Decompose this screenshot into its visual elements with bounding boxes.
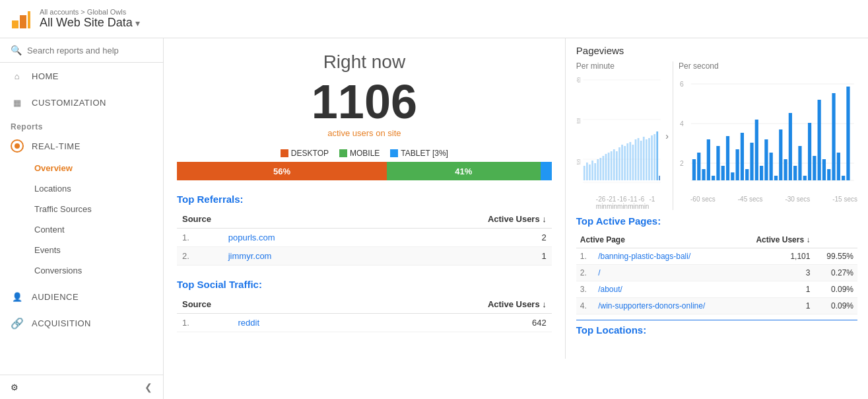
svg-text:150: 150 xyxy=(576,159,580,166)
svg-text:300: 300 xyxy=(576,118,580,126)
sidebar-item-customization[interactable]: ▦ CUSTOMIZATION xyxy=(0,89,163,116)
main-layout: 🔍 ⌂ HOME ▦ CUSTOMIZATION Reports REAL-TI… xyxy=(0,38,868,399)
svg-rect-38 xyxy=(659,176,659,180)
svg-rect-16 xyxy=(599,158,601,180)
svg-rect-63 xyxy=(774,176,778,180)
svg-rect-10 xyxy=(584,166,585,180)
svg-rect-56 xyxy=(741,133,744,180)
row-page: / xyxy=(594,265,737,281)
row-rank: 1. xyxy=(177,314,233,332)
source-link[interactable]: jimmyr.com xyxy=(228,251,272,261)
expand-chart-button[interactable]: › xyxy=(661,61,673,210)
top-active-pages-title: Top Active Pages: xyxy=(576,215,857,227)
page-link[interactable]: /about/ xyxy=(598,285,622,294)
realtime-icon-inner xyxy=(15,143,20,149)
sidebar-item-acquisition[interactable]: 🔗 ACQUISITION xyxy=(0,310,163,336)
sidebar-item-home[interactable]: ⌂ HOME xyxy=(0,63,163,89)
legend-desktop: DESKTOP xyxy=(281,149,329,158)
svg-rect-30 xyxy=(638,138,640,180)
search-icon: 🔍 xyxy=(11,45,22,55)
top-social-table: Source Active Users ↓ 1. reddit 642 xyxy=(177,295,552,332)
sidebar-item-overview[interactable]: Overview xyxy=(0,158,163,178)
source-link[interactable]: popurls.com xyxy=(228,233,275,242)
sidebar-item-traffic-sources[interactable]: Traffic Sources xyxy=(0,199,163,219)
row-users: 1 xyxy=(372,247,552,266)
svg-rect-78 xyxy=(846,87,850,180)
pageviews-area: Per minute 450 300 150 xyxy=(576,61,857,210)
svg-rect-36 xyxy=(653,134,655,180)
svg-rect-13 xyxy=(591,161,593,180)
row-source: popurls.com xyxy=(223,229,372,247)
svg-rect-19 xyxy=(608,153,610,180)
search-container[interactable]: 🔍 xyxy=(0,38,163,63)
per-second-svg-container: 6 4 2 xyxy=(679,73,857,194)
content-inner: Right now 1106 active users on site DESK… xyxy=(164,38,868,359)
svg-rect-67 xyxy=(793,166,797,180)
tablet-dot xyxy=(390,149,398,157)
active-users-label: active users on site xyxy=(177,128,552,138)
svg-rect-57 xyxy=(745,169,749,180)
per-minute-svg-container: 450 300 150 xyxy=(576,73,662,194)
social-sort-icon: ↓ xyxy=(542,299,547,309)
per-minute-chart: 450 300 150 xyxy=(576,73,662,192)
mobile-label: MOBILE xyxy=(350,149,380,158)
page-link[interactable]: /banning-plastic-bags-bali/ xyxy=(598,252,690,261)
top-active-pages-section: Top Active Pages: Active Page Active Use… xyxy=(576,215,857,314)
top-social-title: Top Social Traffic: xyxy=(177,279,552,290)
row-users: 642 xyxy=(333,314,551,332)
page-link[interactable]: / xyxy=(598,268,600,277)
svg-text:4: 4 xyxy=(680,120,684,127)
col-source: Source xyxy=(177,210,372,229)
per-minute-xaxis: -26 min -21 min -16 min -11 min -6 min -… xyxy=(576,196,662,210)
svg-rect-17 xyxy=(602,156,604,180)
svg-rect-24 xyxy=(621,145,623,180)
svg-rect-71 xyxy=(813,156,816,180)
xaxis-label-4: -11 min xyxy=(628,196,638,210)
search-input[interactable] xyxy=(27,46,152,55)
row-page: /win-supporters-donors-online/ xyxy=(594,298,737,314)
svg-rect-25 xyxy=(624,146,626,180)
sidebar: 🔍 ⌂ HOME ▦ CUSTOMIZATION Reports REAL-TI… xyxy=(0,38,164,399)
top-referrals-table: Source Active Users ↓ 1. popurls.com 2 2… xyxy=(177,210,552,266)
sidebar-item-content[interactable]: Content xyxy=(0,219,163,240)
svg-rect-54 xyxy=(731,172,734,180)
svg-rect-28 xyxy=(632,145,634,180)
row-rank: 2. xyxy=(177,247,223,266)
sidebar-item-realtime[interactable]: REAL-TIME xyxy=(0,134,163,158)
row-source: jimmyr.com xyxy=(223,247,372,266)
row-pct: 0.27% xyxy=(814,265,857,281)
page-link[interactable]: /win-supporters-donors-online/ xyxy=(598,301,705,310)
svg-rect-23 xyxy=(618,147,620,180)
sidebar-item-conversions[interactable]: Conversions xyxy=(0,260,163,281)
top-locations-title: Top Locations: xyxy=(576,320,857,336)
desktop-label: DESKTOP xyxy=(291,149,329,158)
sidebar-item-events[interactable]: Events xyxy=(0,240,163,260)
row-rank: 1. xyxy=(576,248,594,265)
table-row: 2. jimmyr.com 1 xyxy=(177,247,552,266)
per-minute-label: Per minute xyxy=(576,61,662,71)
legend-tablet: TABLET [3%] xyxy=(390,149,448,158)
sidebar-item-locations[interactable]: Locations xyxy=(0,178,163,199)
device-bar: 56% 41% xyxy=(177,162,552,180)
svg-text:6: 6 xyxy=(680,81,684,88)
svg-rect-76 xyxy=(837,153,840,180)
source-link[interactable]: reddit xyxy=(238,318,260,328)
svg-rect-75 xyxy=(832,93,835,180)
site-selector[interactable]: All Web Site Data ▾ xyxy=(40,16,140,30)
svg-rect-68 xyxy=(798,146,801,180)
svg-rect-65 xyxy=(784,159,787,180)
row-pct: 99.55% xyxy=(814,248,857,265)
svg-rect-61 xyxy=(764,139,768,180)
bar-desktop: 56% xyxy=(177,162,387,180)
social-col-users: Active Users ↓ xyxy=(333,295,551,314)
svg-rect-37 xyxy=(656,131,658,180)
xaxis-label-6: -1 xyxy=(649,196,655,210)
table-row: 2. / 3 0.27% xyxy=(576,265,857,281)
sidebar-collapse[interactable]: ⚙ ❮ xyxy=(0,375,163,399)
bar-tablet xyxy=(541,162,552,180)
col-active-users: Active Users ↓ xyxy=(372,210,552,229)
svg-rect-11 xyxy=(586,163,588,180)
sidebar-item-audience[interactable]: 👤 AUDIENCE xyxy=(0,283,163,310)
top-referrals-title: Top Referrals: xyxy=(177,194,552,205)
sec-xaxis-2: -45 secs xyxy=(738,196,763,203)
